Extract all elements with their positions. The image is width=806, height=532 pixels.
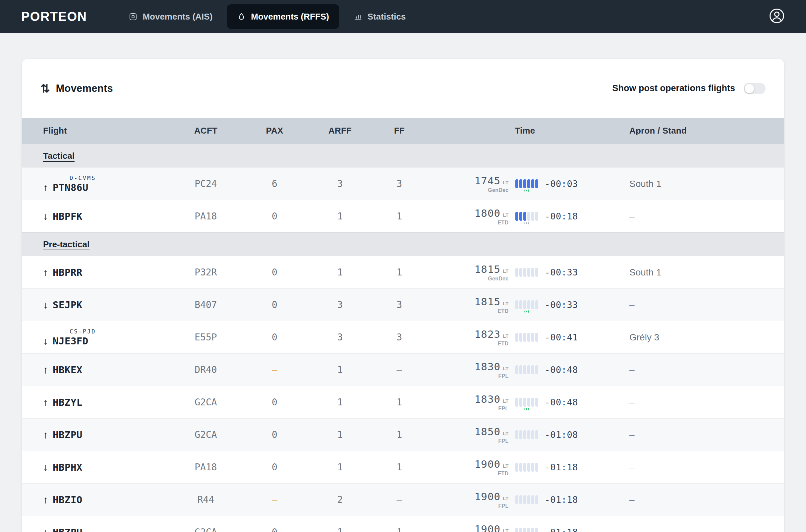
arff-value: 3 [302, 178, 378, 189]
readiness-bars [515, 365, 538, 374]
readiness-bars [515, 463, 538, 472]
readiness-bar [523, 333, 526, 342]
aircraft-type: PA18 [165, 462, 247, 473]
flight-callsign: HBZIO [53, 494, 82, 506]
arff-value: 1 [302, 527, 378, 532]
flight-row[interactable]: ↑ HBPRR P32R 0 1 1 1815 LT GenDec -00:33… [22, 256, 784, 288]
readiness-bars-group [515, 495, 538, 504]
time-source-label: ETD [459, 220, 509, 226]
readiness-bars [515, 528, 538, 532]
readiness-bar [523, 212, 526, 221]
countdown: -01:08 [545, 430, 591, 440]
time-source-label: ETD [459, 308, 509, 314]
section-header-tactical: Tactical [22, 144, 784, 167]
flight-row[interactable]: ↓ HBPHX PA18 0 1 1 1900 LT ETD -01:18 – [22, 451, 784, 483]
apron-stand: – [629, 211, 784, 222]
time-block: 1900 LT FPL [459, 491, 509, 509]
readiness-bar [527, 179, 530, 188]
arrival-arrow-icon: ↓ [43, 300, 48, 310]
flight-callsign: HBZYL [53, 397, 82, 408]
flight-line: ↓ HBPFK [43, 211, 165, 222]
flight-callsign: HBKEX [53, 364, 82, 376]
time-unit: LT [503, 301, 508, 306]
readiness-bar [535, 212, 538, 221]
flight-row[interactable]: ↓ SEJPK B407 0 3 3 1815 LT ETD -00:33 – [22, 288, 784, 321]
flight-row[interactable]: ↓ HBPFK PA18 0 1 1 1800 LT ETD -00:18 – [22, 200, 784, 232]
departure-arrow-icon: ↑ [43, 430, 48, 440]
flight-row[interactable]: ↑ HBZIO R44 – 2 – 1900 LT FPL -01:18 – [22, 483, 784, 516]
flight-row[interactable]: D-CVMS ↑ PTN86U PC24 6 3 3 1745 LT GenDe… [22, 167, 784, 200]
apron-stand: – [629, 397, 784, 408]
apron-stand: – [629, 365, 784, 375]
tab-movements-rffs[interactable]: Movements (RFFS) [227, 4, 339, 29]
flight-row[interactable]: ↑ HBKEX DR40 – 1 – 1830 LT FPL -00:48 – [22, 353, 784, 386]
time-block: 1745 LT GenDec [459, 175, 509, 193]
readiness-bars [515, 300, 538, 309]
readiness-bar [523, 463, 526, 472]
time-block: 1815 LT ETD [459, 296, 509, 314]
time-cell: 1830 LT FPL -00:48 [421, 393, 629, 412]
ff-value: 1 [378, 462, 421, 473]
post-operations-toggle[interactable] [744, 83, 766, 94]
user-avatar-button[interactable] [769, 8, 785, 24]
readiness-bars-group [515, 212, 538, 221]
toggle-knob [745, 84, 754, 93]
pax-count: – [247, 494, 302, 505]
readiness-bar [515, 463, 518, 472]
readiness-bar [519, 430, 522, 439]
arff-value: 1 [302, 267, 378, 278]
section-label: Tactical [43, 151, 75, 161]
ff-value: 1 [378, 429, 421, 440]
time-cell: 1850 LT FPL -01:08 [421, 425, 629, 444]
readiness-bar [523, 268, 526, 277]
tab-label: Movements (AIS) [142, 12, 212, 22]
tab-statistics[interactable]: Statistics [344, 4, 416, 29]
aircraft-type: G2CA [165, 429, 247, 440]
arff-value: 1 [302, 429, 378, 440]
time-source-label: ETD [459, 341, 509, 347]
flight-row[interactable]: CS-PJD ↓ NJE3FD E55P 0 3 3 1823 LT ETD -… [22, 321, 784, 353]
readiness-bar [519, 495, 522, 504]
scheduled-time: 1823 [475, 328, 501, 340]
arff-value: 3 [302, 299, 378, 310]
flight-row[interactable]: ↑ HBZYL G2CA 0 1 1 1830 LT FPL -00:48 – [22, 386, 784, 418]
readiness-bar [515, 300, 518, 309]
arrival-arrow-icon: ↓ [43, 462, 48, 472]
readiness-bar [515, 365, 518, 374]
apron-stand: – [629, 430, 784, 440]
time-cell: 1900 LT ETD -01:18 [421, 458, 629, 477]
time-cell: 1900 LT FPL -01:18 [421, 491, 629, 509]
ff-value: 3 [378, 332, 421, 343]
readiness-bar [535, 365, 538, 374]
flight-cell: ↑ HBZPU [22, 429, 165, 440]
arrival-arrow-icon: ↓ [43, 527, 48, 532]
time-cell: 1800 LT ETD -00:18 [421, 207, 629, 226]
bar-chart-icon [353, 12, 363, 21]
toggle-label: Show post operations flights [612, 83, 735, 93]
countdown: -00:33 [545, 267, 591, 278]
pax-count: 0 [247, 462, 302, 473]
ff-value: 3 [378, 299, 421, 310]
readiness-bar [531, 212, 534, 221]
readiness-bar [527, 268, 530, 277]
aircraft-type: G2CA [165, 397, 247, 408]
departure-arrow-icon: ↑ [43, 397, 48, 407]
time-source-label: GenDec [459, 187, 509, 193]
readiness-bar [535, 300, 538, 309]
readiness-bar [515, 179, 518, 188]
flight-callsign: HBZPU [53, 527, 82, 532]
pax-count: 0 [247, 267, 302, 278]
time-unit: LT [503, 333, 508, 339]
flight-row[interactable]: ↑ HBZPU G2CA 0 1 1 1850 LT FPL -01:08 – [22, 418, 784, 451]
readiness-bar [519, 300, 522, 309]
readiness-bar [535, 398, 538, 407]
pax-count: 0 [247, 211, 302, 222]
flight-row[interactable]: ↓ HBZPU G2CA 0 1 1 1900 LT ETD -01:18 – [22, 516, 784, 532]
tab-movements-ais[interactable]: Movements (AIS) [119, 4, 223, 29]
readiness-bar [527, 300, 530, 309]
readiness-bars-group [515, 333, 538, 342]
signal-icon [523, 407, 531, 411]
arff-value: 1 [302, 462, 378, 473]
arff-value: 2 [302, 494, 378, 505]
readiness-bar [523, 495, 526, 504]
